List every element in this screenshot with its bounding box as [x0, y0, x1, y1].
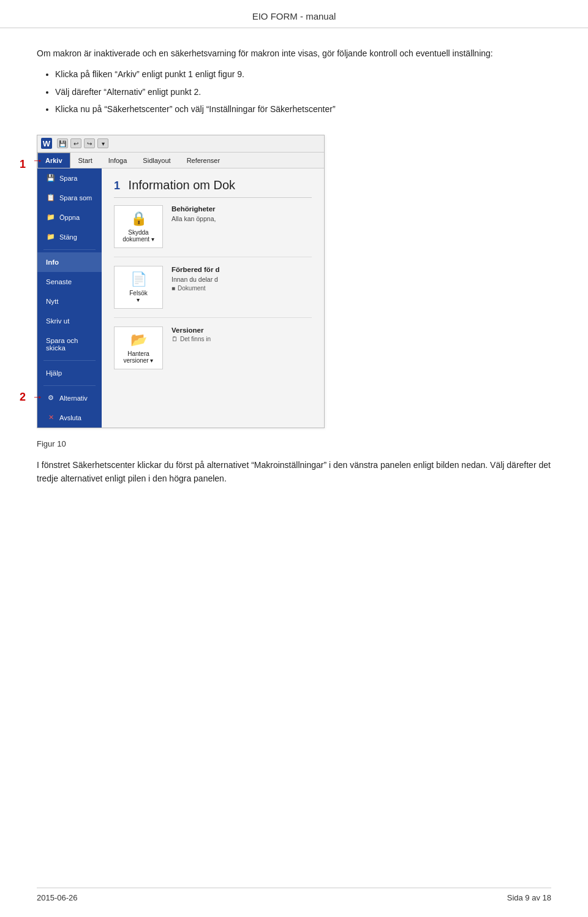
page-content: Om makron är inaktiverade och en säkerhe… — [0, 47, 588, 485]
nav-spara-label: Spara — [59, 175, 77, 182]
nav-oppna[interactable]: 📁 Öppna — [37, 208, 102, 227]
nav-senaste[interactable]: Senaste — [37, 272, 102, 292]
nav-alternativ-label: Alternativ — [59, 394, 88, 402]
nav-spara-skicka[interactable]: Spara och skicka — [37, 331, 102, 358]
nav-avsluta-label: Avsluta — [59, 414, 81, 421]
behorigher-text: Alla kan öppna, — [172, 214, 312, 224]
behorigher-title: Behörigheter — [172, 205, 312, 213]
quick-save-btn[interactable]: 💾 — [57, 138, 68, 148]
forbered-info: Förbered för d Innan du delar d ■ Dokume… — [172, 266, 312, 292]
hantera-label: Hanteraversioner ▾ — [124, 350, 154, 364]
menu-btn[interactable]: ▾ — [97, 138, 108, 148]
felsok-btn[interactable]: 📄 Felsök▾ — [114, 266, 163, 309]
nav-stang[interactable]: 📁 Stäng — [37, 227, 102, 247]
behorigher-info: Behörigheter Alla kan öppna, — [172, 205, 312, 224]
info-section-forbered: 📄 Felsök▾ Förbered för d Innan du delar … — [114, 266, 312, 318]
versioner-sub: 🗒 Det finns in — [172, 336, 312, 342]
felsok-label: Felsök▾ — [129, 290, 147, 303]
annotation-num-2: 2 — [20, 391, 26, 404]
save-as-icon: 📋 — [46, 193, 56, 203]
info-section-behorigher: 🔒 Skyddadokument ▾ Behörigheter Alla kan… — [114, 205, 312, 257]
page-header: EIO FORM - manual — [0, 0, 588, 28]
nav-skriv-ut[interactable]: Skriv ut — [37, 311, 102, 331]
tab-start[interactable]: Start — [70, 153, 100, 168]
redo-btn[interactable]: ↪ — [84, 138, 95, 148]
forbered-title: Förbered för d — [172, 266, 312, 273]
intro-paragraph: Om makron är inaktiverade och en säkerhe… — [37, 47, 551, 60]
save-icon: 💾 — [46, 173, 56, 183]
arrow-1: → — [32, 154, 43, 167]
nav-spara-som[interactable]: 📋 Spara som — [37, 188, 102, 208]
arrow-2: → — [32, 391, 43, 404]
bullet-list: Klicka på fliken “Arkiv” enligt punkt 1 … — [55, 67, 551, 116]
nav-oppna-label: Öppna — [59, 214, 80, 221]
word-ribbon-tabs: Arkiv Start Infoga Sidlayout Referenser — [37, 153, 324, 168]
word-screenshot-wrapper: W 💾 ↩ ↪ ▾ Arkiv Start Infoga Sidlayout R… — [37, 124, 325, 439]
skydda-label: Skyddadokument ▾ — [123, 229, 154, 243]
nav-separator-1 — [43, 249, 96, 250]
skydda-dokument-btn[interactable]: 🔒 Skyddadokument ▾ — [114, 205, 163, 248]
lock-icon: 🔒 — [130, 211, 147, 227]
num2-text: 2 — [20, 391, 26, 403]
exit-icon: ✕ — [46, 413, 56, 423]
forbered-text: Innan du delar d — [172, 275, 312, 284]
bullet-icon: ■ — [172, 285, 175, 292]
forbered-sub: ■ Dokument — [172, 285, 312, 292]
header-title: EIO FORM - manual — [252, 11, 336, 21]
undo-btn[interactable]: ↩ — [70, 138, 81, 148]
backstage-title-text: Information om Dok — [129, 178, 236, 192]
figure-caption: Figur 10 — [37, 439, 551, 448]
nav-spara-som-label: Spara som — [59, 194, 92, 202]
word-screenshot: W 💾 ↩ ↪ ▾ Arkiv Start Infoga Sidlayout R… — [37, 135, 325, 428]
word-backstage: 💾 Spara 📋 Spara som 📁 Öppna 📁 Stäng — [37, 168, 324, 428]
nav-separator-3 — [43, 385, 96, 386]
close-doc-icon: 📁 — [46, 232, 56, 242]
forbered-sub-text: Dokument — [178, 285, 206, 292]
footer-page: Sida 9 av 18 — [507, 893, 551, 902]
info-section-versioner: 📂 Hanteraversioner ▾ Versioner 🗒 Det fin… — [114, 326, 312, 378]
nav-nytt[interactable]: Nytt — [37, 292, 102, 311]
nav-separator-2 — [43, 360, 96, 361]
num1-text: 1 — [20, 158, 26, 170]
annotation-num-1: 1 — [20, 158, 26, 171]
open-icon: 📁 — [46, 213, 56, 222]
nav-stang-label: Stäng — [59, 233, 77, 241]
versioner-title: Versioner — [172, 326, 312, 334]
word-title-bar: W 💾 ↩ ↪ ▾ — [37, 135, 324, 153]
backstage-content: 1 Information om Dok 🔒 Skyddadokument ▾ … — [102, 168, 324, 428]
versioner-info: Versioner 🗒 Det finns in — [172, 326, 312, 342]
tab-referenser[interactable]: Referenser — [179, 153, 228, 168]
nav-hjalp[interactable]: Hjälp — [37, 363, 102, 383]
body-text-1: I fönstret Säkerhetscenter klickar du fö… — [37, 458, 551, 486]
footer-date: 2015-06-26 — [37, 893, 78, 902]
nav-alternativ[interactable]: ⚙ Alternativ — [37, 388, 102, 408]
nav-spara[interactable]: 💾 Spara — [37, 168, 102, 188]
bullet-item-1: Klicka på fliken “Arkiv” enligt punkt 1 … — [55, 67, 551, 81]
tab-infoga[interactable]: Infoga — [100, 153, 135, 168]
backstage-nav: 💾 Spara 📋 Spara som 📁 Öppna 📁 Stäng — [37, 168, 102, 428]
nav-info[interactable]: Info — [37, 252, 102, 272]
versioner-icon-sm: 🗒 — [172, 336, 178, 342]
felsok-icon: 📄 — [130, 271, 147, 287]
page-footer: 2015-06-26 Sida 9 av 18 — [37, 888, 551, 902]
settings-icon: ⚙ — [46, 393, 56, 403]
word-logo: W — [41, 138, 52, 149]
backstage-title: 1 Information om Dok — [114, 178, 312, 198]
section-number: 1 — [114, 179, 120, 192]
tab-sidlayout[interactable]: Sidlayout — [135, 153, 178, 168]
bullet-item-2: Välj därefter “Alternativ” enligt punkt … — [55, 85, 551, 99]
bullet-item-3: Klicka nu på “Säkerhetscenter” och välj … — [55, 102, 551, 116]
nav-avsluta[interactable]: ✕ Avsluta — [37, 408, 102, 428]
versioner-text: Det finns in — [180, 336, 211, 342]
versioner-icon: 📂 — [130, 332, 147, 348]
hantera-versioner-btn[interactable]: 📂 Hanteraversioner ▾ — [114, 326, 163, 369]
